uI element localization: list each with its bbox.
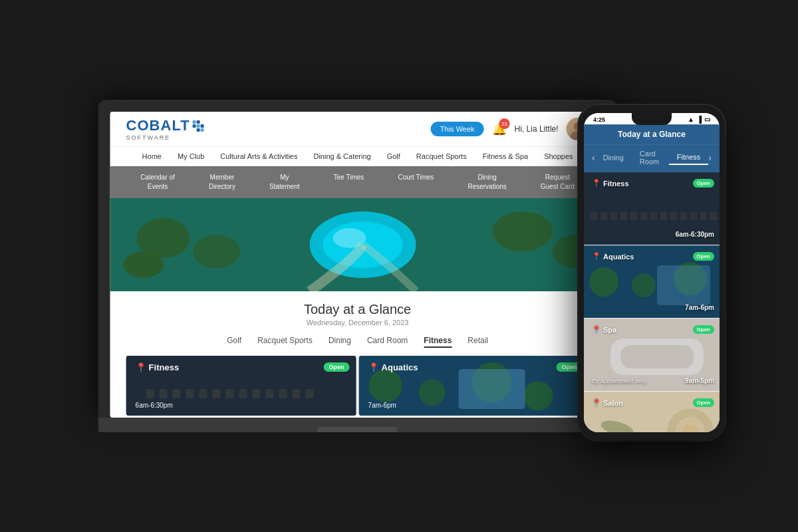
- sub-nav-guest-card[interactable]: RequestGuest Card: [541, 173, 575, 192]
- phone-time: 4:25: [593, 116, 605, 123]
- hero-pool-svg: [110, 198, 605, 291]
- sub-nav: Calendar ofEvents MemberDirectory MyStat…: [110, 166, 605, 198]
- fitness-hours: 6am-6:30pm: [136, 402, 173, 409]
- phone-fitness-status: Open: [693, 179, 714, 188]
- cobalt-logo: COBALT: [126, 117, 204, 134]
- aquatics-venue-name: 📍 Aquatics: [368, 362, 418, 372]
- phone-fitness-hours: 6am-6:30pm: [676, 231, 714, 238]
- logo-grid-icon: [193, 120, 204, 132]
- sub-nav-dining-res[interactable]: DiningReservations: [467, 173, 506, 192]
- section-title: Today at a Glance: [126, 302, 589, 317]
- notification-button[interactable]: 🔔 23: [492, 122, 507, 136]
- aquatics-hours: 7am-6pm: [368, 402, 396, 409]
- nav-golf[interactable]: Golf: [387, 151, 400, 162]
- user-greeting: Hi, Lia Little!: [515, 124, 559, 134]
- signal-icon: ▐: [697, 116, 702, 123]
- phone-aquatics-pin: 📍: [592, 252, 601, 261]
- phone-salon-status: Open: [693, 398, 714, 407]
- fitness-venue-name: 📍 Fitness: [136, 362, 180, 372]
- phone-fitness-name: 📍 Fitness: [592, 179, 629, 188]
- phone-body: 4:25 ▲ ▐ ▭ Today at a Glance ‹ Dining Ca…: [579, 105, 725, 440]
- phone-venue-spa[interactable]: 📍 Spa Open By appointment only 9am-5pm: [584, 319, 720, 392]
- tab-racquet[interactable]: Racquet Sports: [257, 334, 313, 348]
- main-content: Today at a Glance Wednesday, December 6,…: [110, 291, 605, 418]
- phone-venue-fitness[interactable]: 📍 Fitness Open 6am-6:30pm: [584, 172, 720, 245]
- nav-shoppes[interactable]: Shoppes: [544, 151, 573, 162]
- sub-nav-member-dir[interactable]: MemberDirectory: [209, 173, 235, 192]
- phone-venue-salon[interactable]: 📍 Salon Open By appointment only 9am-5pm: [584, 392, 720, 432]
- section-date: Wednesday, December 6, 2023: [126, 319, 589, 327]
- venue-card-aquatics[interactable]: 📍 Aquatics Open 7am-6pm: [359, 356, 589, 416]
- laptop: COBALT: [98, 100, 617, 432]
- sub-nav-calendar[interactable]: Calendar ofEvents: [140, 173, 175, 192]
- category-tabs: Golf Racquet Sports Dining Card Room Fit…: [126, 334, 589, 348]
- phone-spa-pin: 📍: [592, 325, 601, 334]
- this-week-button[interactable]: This Week: [431, 122, 484, 136]
- header-right: This Week 🔔 23 Hi, Lia Little!: [431, 118, 589, 140]
- phone-tab-cardroom[interactable]: Card Room: [632, 147, 669, 168]
- laptop-base: [98, 418, 617, 432]
- phone-notch: [632, 113, 672, 125]
- logo-cell: [193, 120, 196, 124]
- site-header: COBALT: [110, 112, 605, 147]
- nav-cultural-arts[interactable]: Cultural Arts & Activities: [220, 151, 297, 162]
- phone-salon-pin: 📍: [592, 398, 601, 407]
- nav-home[interactable]: Home: [142, 151, 162, 162]
- battery-icon: ▭: [704, 116, 710, 123]
- phone-tab-fitness[interactable]: Fitness: [669, 150, 708, 165]
- tab-card-room[interactable]: Card Room: [367, 334, 408, 348]
- phone-spa-hours: 9am-5pm: [685, 377, 714, 384]
- fitness-status: Open: [324, 362, 350, 372]
- tab-golf[interactable]: Golf: [227, 334, 241, 348]
- logo-cell: [201, 128, 204, 132]
- tab-dining[interactable]: Dining: [329, 334, 351, 348]
- phone-tabs: ‹ Dining Card Room Fitness ›: [584, 144, 720, 172]
- phone-spa-name: 📍 Spa: [592, 325, 616, 334]
- nav-dining[interactable]: Dining & Catering: [313, 151, 370, 162]
- laptop-screen: COBALT: [110, 112, 605, 418]
- logo-cell: [201, 120, 204, 124]
- logo-cell: [197, 124, 200, 128]
- aquatics-pin-icon: 📍: [368, 362, 379, 372]
- venue-card-fitness[interactable]: 📍 Fitness Open 6am-6:30pm: [126, 356, 356, 416]
- venue-grid: 📍 Fitness Open 6am-6:30pm: [126, 356, 589, 418]
- logo-cell: [197, 120, 200, 124]
- phone-venue-aquatics[interactable]: 📍 Aquatics Open 7am-6pm: [584, 245, 720, 319]
- phone-content: 📍 Fitness Open 6am-6:30pm: [584, 172, 720, 432]
- svg-point-5: [194, 235, 240, 268]
- hero-image: [110, 198, 605, 291]
- nav-racquet[interactable]: Racquet Sports: [416, 151, 467, 162]
- sub-nav-court-times[interactable]: Court Times: [398, 173, 434, 192]
- phone-title-bar: Today at a Glance: [584, 124, 720, 144]
- phone-tab-next[interactable]: ›: [708, 152, 712, 163]
- phone-aquatics-status: Open: [693, 252, 714, 261]
- phone-screen: 4:25 ▲ ▐ ▭ Today at a Glance ‹ Dining Ca…: [584, 113, 720, 432]
- phone-spa-appt: By appointment only: [592, 378, 646, 384]
- logo-subtitle: Software: [126, 134, 171, 141]
- wifi-icon: ▲: [688, 116, 694, 123]
- phone-aquatics-name: 📍 Aquatics: [592, 252, 634, 261]
- tab-retail[interactable]: Retail: [467, 334, 488, 348]
- phone-status-icons: ▲ ▐ ▭: [688, 116, 710, 123]
- phone-title: Today at a Glance: [592, 130, 712, 139]
- phone-salon-name: 📍 Salon: [592, 398, 623, 407]
- logo-cell: [201, 124, 204, 128]
- sub-nav-statement[interactable]: MyStatement: [269, 173, 300, 192]
- svg-point-6: [124, 251, 164, 278]
- logo-text: COBALT: [126, 117, 190, 134]
- tab-fitness[interactable]: Fitness: [424, 334, 452, 348]
- logo-cell: [193, 124, 196, 128]
- phone-aquatics-hours: 7am-6pm: [685, 304, 714, 311]
- phone: 4:25 ▲ ▐ ▭ Today at a Glance ‹ Dining Ca…: [579, 105, 725, 440]
- laptop-bezel: COBALT: [98, 100, 617, 418]
- nav-my-club[interactable]: My Club: [178, 151, 204, 162]
- phone-tab-dining[interactable]: Dining: [595, 151, 632, 164]
- sub-nav-tee-times[interactable]: Tee Times: [334, 173, 364, 192]
- phone-spa-status: Open: [693, 325, 714, 334]
- nav-fitness[interactable]: Fitness & Spa: [483, 151, 528, 162]
- main-container: COBALT: [0, 0, 798, 532]
- logo-cell: [197, 128, 200, 132]
- main-nav: Home My Club Cultural Arts & Activities …: [110, 147, 605, 166]
- phone-fitness-pin: 📍: [592, 179, 601, 188]
- fitness-pin-icon: 📍: [136, 362, 146, 372]
